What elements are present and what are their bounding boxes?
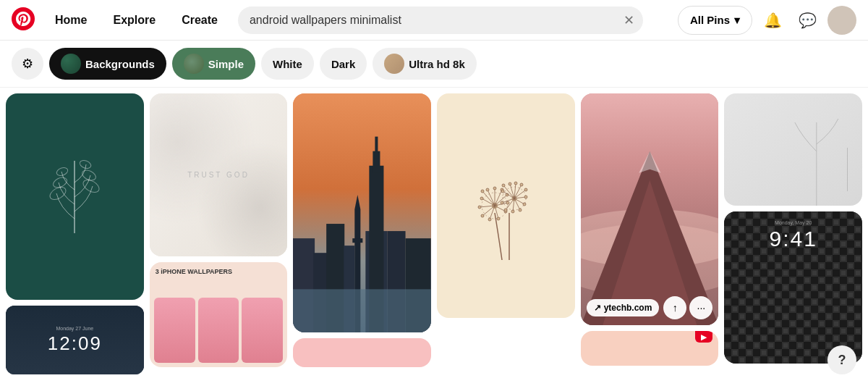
phone-frame: Monday, May 20 9:41 (724, 211, 862, 364)
backgrounds-chip-label: Backgrounds (85, 58, 155, 70)
svg-point-29 (486, 188, 489, 191)
botanical-leaf-svg (46, 154, 103, 240)
pin-light-gray[interactable] (724, 93, 862, 206)
svg-point-3 (52, 175, 69, 189)
svg-point-0 (12, 7, 35, 30)
svg-point-71 (504, 209, 507, 211)
bell-icon: 🔔 (764, 12, 782, 29)
ultra-hd-chip-label: Ultra hd 8k (409, 58, 465, 70)
filter-bar: ⚙ Backgrounds Simple White Dark Ultra hd… (0, 41, 868, 88)
masonry-col-5: ↗ ytechb.com ↑ ··· ▶ (581, 93, 719, 381)
pin-botanical[interactable] (6, 93, 144, 300)
red-badge: ▶ (695, 331, 712, 343)
pin-trust-god[interactable]: TRUST GOD (150, 93, 288, 256)
chevron-down-icon: ▾ (734, 14, 740, 27)
svg-point-63 (524, 196, 527, 198)
all-pins-label: All Pins (690, 14, 730, 26)
iphone-phones-row (150, 262, 288, 367)
masonry-col-1: Monday 27 June 12:09 (6, 93, 144, 381)
source-label: ytechb.com (604, 303, 652, 313)
pin-city-illustration[interactable] (293, 93, 431, 332)
pin-phone-lock-1[interactable]: Monday 27 June 12:09 (6, 306, 144, 374)
nav-home[interactable]: Home (43, 8, 98, 33)
phone-time-display: 12:09 (48, 332, 102, 355)
svg-point-69 (511, 210, 514, 213)
filter-chip-ultra-hd[interactable]: Ultra hd 8k (373, 48, 477, 80)
svg-point-57 (514, 182, 517, 185)
main-content: Monday 27 June 12:09 TRUST GOD 3 iPHONE … (0, 88, 868, 386)
svg-point-51 (501, 190, 504, 193)
city-bg (293, 93, 431, 332)
help-button[interactable]: ? (827, 345, 856, 374)
filter-settings-button[interactable]: ⚙ (12, 48, 43, 80)
white-chip-label: White (273, 58, 302, 70)
pinterest-logo[interactable] (12, 7, 35, 33)
pin-iphone-wallpapers[interactable]: 3 iPHONE WALLPAPERS (150, 262, 288, 367)
avatar[interactable] (827, 6, 856, 35)
masonry-col-3 (293, 93, 431, 381)
svg-line-28 (488, 190, 495, 206)
all-pins-button[interactable]: All Pins ▾ (678, 6, 752, 35)
svg-point-41 (497, 217, 500, 220)
svg-line-26 (482, 191, 495, 206)
masonry-col-6: Monday, May 20 9:41 (724, 93, 862, 381)
svg-point-25 (480, 197, 483, 200)
svg-point-59 (520, 183, 523, 186)
filter-chip-backgrounds[interactable]: Backgrounds (49, 48, 166, 80)
pin-overlay-mountain: ↗ ytechb.com ↑ ··· (587, 296, 713, 319)
masonry-col-4 (437, 93, 575, 381)
sliders-icon: ⚙ (22, 56, 33, 72)
svg-point-4 (81, 168, 98, 182)
more-options-button[interactable]: ··· (689, 296, 712, 319)
search-input[interactable] (238, 7, 643, 34)
svg-point-37 (506, 201, 509, 204)
city-svg (293, 93, 431, 332)
action-buttons: ↑ ··· (663, 296, 712, 319)
masonry-col-2: TRUST GOD 3 iPHONE WALLPAPERS (150, 93, 288, 381)
share-button[interactable]: ↑ (663, 296, 686, 319)
pin-woven[interactable]: Monday, May 20 9:41 (724, 211, 862, 364)
filter-chip-simple[interactable]: Simple (172, 48, 255, 80)
pin-pink-bottom[interactable]: ▶ (581, 331, 719, 366)
nav-explore[interactable]: Explore (101, 8, 167, 33)
messages-button[interactable]: 💬 (793, 6, 822, 35)
svg-point-27 (481, 190, 484, 193)
pin-dandelion[interactable] (437, 93, 575, 318)
phone-date-text: Monday 27 June (56, 326, 93, 331)
pin-mountain[interactable]: ↗ ytechb.com ↑ ··· (581, 93, 719, 325)
mini-phone-2 (198, 298, 239, 363)
svg-rect-14 (353, 238, 363, 243)
header-right: All Pins ▾ 🔔 💬 (678, 6, 856, 35)
svg-point-5 (56, 166, 69, 177)
mini-phone-3 (242, 298, 283, 363)
woven-phone-date: Monday, May 20 (775, 220, 812, 225)
svg-point-45 (481, 214, 484, 217)
phone-lock-screen: Monday 27 June 12:09 (6, 306, 144, 374)
external-link-icon: ↗ (594, 303, 601, 313)
pins-grid: Monday 27 June 12:09 TRUST GOD 3 iPHONE … (0, 88, 868, 386)
filter-chip-dark[interactable]: Dark (320, 48, 367, 80)
svg-point-43 (488, 218, 491, 221)
svg-point-55 (509, 182, 511, 185)
trust-god-text: TRUST GOD (187, 171, 250, 179)
svg-point-53 (502, 184, 505, 187)
pin-pink-partial[interactable] (293, 338, 431, 367)
mountain-svg (581, 93, 719, 325)
mini-phone-1 (154, 298, 195, 363)
simple-chip-image (184, 54, 204, 74)
ultra-hd-chip-image (384, 54, 404, 74)
chat-icon: 💬 (799, 12, 817, 29)
filter-chip-white[interactable]: White (261, 48, 314, 80)
nav-create[interactable]: Create (170, 8, 229, 33)
svg-point-61 (524, 188, 527, 191)
dark-chip-label: Dark (331, 58, 355, 70)
svg-rect-21 (293, 289, 431, 332)
iphone-wallpapers-label: 3 iPHONE WALLPAPERS (156, 268, 232, 275)
simple-chip-label: Simple (208, 58, 244, 70)
svg-point-31 (493, 187, 496, 190)
svg-rect-18 (375, 137, 378, 159)
search-bar: ✕ (238, 7, 643, 34)
source-badge-ytechb: ↗ ytechb.com (587, 299, 660, 316)
search-clear-button[interactable]: ✕ (624, 12, 634, 28)
notifications-button[interactable]: 🔔 (758, 6, 787, 35)
